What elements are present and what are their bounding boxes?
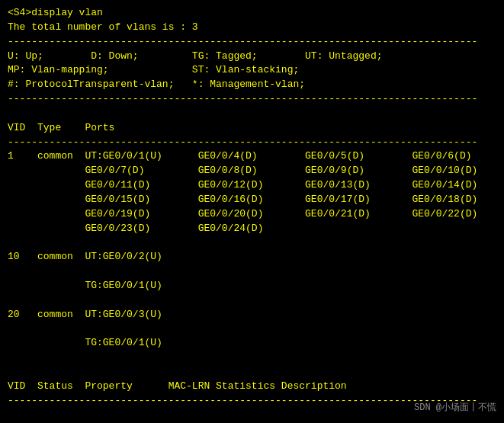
terminal-line: [8, 264, 496, 279]
watermark: SDN @小场面丨不慌: [414, 401, 496, 414]
terminal-line: ----------------------------------------…: [8, 35, 496, 50]
terminal-line: GE0/0/19(D) GE0/0/20(D) GE0/0/21(D) GE0/…: [8, 207, 496, 222]
terminal-line: U: Up; D: Down; TG: Tagged; UT: Untagged…: [8, 50, 496, 64]
terminal-line: VID Type Ports: [8, 121, 496, 136]
terminal-line: [8, 236, 496, 251]
terminal-line: The total number of vlans is : 3: [8, 21, 496, 35]
terminal-line: <S4>display vlan: [8, 6, 496, 21]
terminal-line: 1 common UT:GE0/0/1(U) GE0/0/4(D) GE0/0/…: [8, 149, 496, 164]
terminal-line: TG:GE0/0/1(U): [8, 336, 496, 351]
terminal-line: VID Status Property MAC-LRN Statistics D…: [8, 380, 496, 394]
terminal-line: GE0/0/15(D) GE0/0/16(D) GE0/0/17(D) GE0/…: [8, 193, 496, 207]
terminal-line: [8, 351, 496, 365]
terminal-line: ----------------------------------------…: [8, 136, 496, 150]
terminal-line: [8, 293, 496, 308]
terminal-line: [8, 365, 496, 380]
terminal-line: GE0/0/23(D) GE0/0/24(D): [8, 222, 496, 236]
terminal-line: GE0/0/11(D) GE0/0/12(D) GE0/0/13(D) GE0/…: [8, 178, 496, 193]
terminal-line: TG:GE0/0/1(U): [8, 279, 496, 293]
terminal-window: <S4>display vlanThe total number of vlan…: [0, 0, 504, 423]
terminal-line: GE0/0/7(D) GE0/0/8(D) GE0/0/9(D) GE0/0/1…: [8, 164, 496, 178]
terminal-line: ----------------------------------------…: [8, 92, 496, 107]
terminal-line: [8, 107, 496, 121]
terminal-line: MP: Vlan-mapping; ST: Vlan-stacking;: [8, 63, 496, 78]
terminal-line: #: ProtocolTransparent-vlan; *: Manageme…: [8, 78, 496, 92]
terminal-line: 10 common UT:GE0/0/2(U): [8, 250, 496, 264]
terminal-line: 20 common UT:GE0/0/3(U): [8, 308, 496, 322]
terminal-line: [8, 322, 496, 337]
